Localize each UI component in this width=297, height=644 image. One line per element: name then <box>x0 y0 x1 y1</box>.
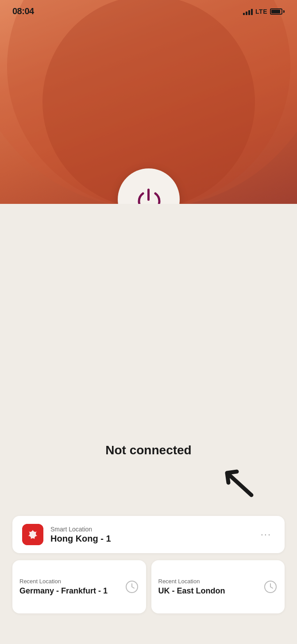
recent-location-label-germany: Recent Location <box>19 578 121 585</box>
power-button-wrapper <box>118 168 180 204</box>
hero-area <box>0 0 297 204</box>
signal-bars-icon <box>243 8 253 15</box>
recent-card-text-germany: Recent Location Germany - Frankfurt - 1 <box>19 578 121 596</box>
recent-card-text-uk: Recent Location UK - East London <box>158 578 260 596</box>
recent-location-name-uk: UK - East London <box>158 586 260 596</box>
clock-icon-germany <box>125 580 139 594</box>
status-bar: 08:04 LTE <box>0 0 297 20</box>
smart-location-text: Smart Location Hong Kong - 1 <box>50 526 250 544</box>
status-time: 08:04 <box>12 6 34 16</box>
status-icons: LTE <box>243 8 285 15</box>
hong-kong-flag <box>22 524 43 545</box>
power-icon <box>134 185 163 204</box>
clock-icon-uk <box>263 580 278 594</box>
main-content: Not connected Smart Location Hong Kong -… <box>0 408 297 644</box>
lte-icon: LTE <box>255 8 267 15</box>
hk-flag-svg <box>22 524 43 545</box>
pointer-arrow-icon <box>218 466 258 502</box>
smart-location-name: Hong Kong - 1 <box>50 534 250 544</box>
arrow-container <box>12 466 285 502</box>
recent-location-label-uk: Recent Location <box>158 578 260 585</box>
smart-location-label: Smart Location <box>50 526 250 533</box>
smart-location-card[interactable]: Smart Location Hong Kong - 1 ··· <box>12 516 285 553</box>
power-button[interactable] <box>118 168 180 204</box>
recent-cards-row: Recent Location Germany - Frankfurt - 1 … <box>12 560 285 613</box>
connection-status: Not connected <box>12 443 285 457</box>
recent-location-card-uk[interactable]: Recent Location UK - East London <box>151 560 285 613</box>
recent-location-name-germany: Germany - Frankfurt - 1 <box>19 586 121 596</box>
more-options-button[interactable]: ··· <box>257 527 275 542</box>
battery-icon <box>270 8 285 15</box>
recent-location-card-germany[interactable]: Recent Location Germany - Frankfurt - 1 <box>12 560 146 613</box>
